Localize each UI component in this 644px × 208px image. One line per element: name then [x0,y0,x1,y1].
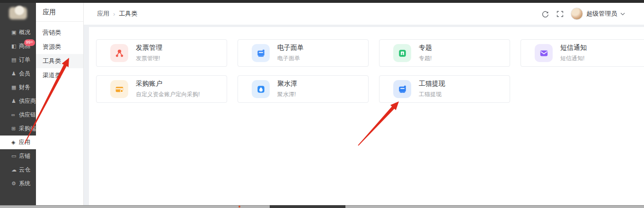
app-card-description: 自定义资金账户定向采购! [136,90,200,99]
app-icon-box [393,44,411,62]
background-window-bottom-edge [0,205,644,208]
sidebar-item[interactable]: ⚙ 系统 [0,177,36,190]
procurement-icon: ⊞ [11,126,18,131]
members-icon: ♟ [11,71,18,76]
app-card-text: 发票管理 发票管理! [136,44,162,63]
admin-app: ▣ 概况 ◧ 商品 99+ ▤ 订单 [0,3,644,205]
submenu-item-label: 工具类 [43,57,61,65]
drop-icon [256,84,266,95]
share-icon [114,48,125,59]
sidebar-item[interactable]: ▭ 店铺 [0,149,36,163]
sidebar-item[interactable]: ♟ 会员 [0,67,36,81]
topic-icon [397,48,408,59]
app-card-description: 电子面单 [277,54,304,63]
avatar [571,8,583,20]
app-card[interactable]: 工猫提现 工猫提现 [379,75,510,103]
supplier-icon: ♟ [11,99,18,104]
sidebar-item[interactable]: ▦ 财务 [0,81,36,94]
cloud-warehouse-icon: ☁ [11,167,18,172]
primary-sidebar: ▣ 概况 ◧ 商品 99+ ▤ 订单 [0,3,36,205]
sidebar-item-label: 供应链 [19,111,36,119]
sidebar-item-label: 概况 [19,28,30,36]
dashboard-icon: ▣ [11,30,18,35]
fullscreen-icon[interactable] [556,10,564,18]
sidebar-item[interactable]: ◧ 商品 99+ [0,39,36,53]
breadcrumb-current: 工具类 [119,9,137,18]
logo-image-blurred-highlight [15,6,24,15]
app-card-description: 发票管理! [136,54,162,63]
app-card-title: 工猫提现 [419,80,445,88]
card-icon [114,84,125,95]
app-icon-box [535,44,553,62]
app-card-title: 专题 [419,44,432,52]
sidebar-item-label: 供应商 [19,97,36,105]
sidebar-item[interactable]: ♟ 供应商 [0,94,36,108]
app-logo [0,3,36,24]
refresh-icon[interactable] [541,10,549,18]
sidebar-item[interactable]: ☁ 云仓 [0,163,36,177]
app-card-grid: 发票管理 发票管理! 电子面单 [96,39,644,103]
app-card-title: 电子面单 [277,44,304,52]
content-panel: 发票管理 发票管理! 电子面单 [89,27,644,205]
header-actions: 超级管理员 [541,8,625,20]
sidebar-item-label: 会员 [19,70,30,78]
app-card-text: 聚水潭 聚水潭! [277,80,297,99]
app-card-text: 短信通知 短信通知! [560,44,587,63]
app-card-description: 短信通知! [560,54,587,63]
submenu-title: 应用 [36,3,83,22]
app-card[interactable]: 短信通知 短信通知! [520,39,644,67]
sidebar-item-label: 财务 [19,83,30,91]
main-header: 应用 › 工具类 超级管理员 [84,3,644,25]
app-card[interactable]: 电子面单 电子面单 [238,39,369,67]
sidebar-item[interactable]: ◈ 应用 [0,136,36,149]
app-card-description: 工猫提现 [419,90,445,99]
sidebar-item[interactable]: ∞ 供应链 [0,108,36,122]
secondary-sidebar: 应用 营销类 资源类 工具类 渠道类 [36,3,84,205]
app-card[interactable]: 专题 专题! [379,39,510,67]
app-card-title: 短信通知 [560,44,587,52]
orders-icon: ▤ [11,57,18,63]
app-card[interactable]: 采购账户 自定义资金账户定向采购! [96,75,227,103]
mail-icon [538,48,549,59]
supply-chain-icon: ∞ [11,112,18,118]
app-icon-box [252,44,270,62]
sidebar-item[interactable]: ⊞ 采购端 [0,122,36,136]
chevron-down-icon [620,12,625,16]
sidebar-item-label: 云仓 [19,166,30,174]
sidebar-item[interactable]: ▤ 订单 [0,53,36,67]
app-card-text: 采购账户 自定义资金账户定向采购! [136,80,200,99]
apps-icon: ◈ [11,140,18,145]
primary-nav: ▣ 概况 ◧ 商品 99+ ▤ 订单 [0,26,36,190]
taskbar-segment [270,205,345,208]
user-menu-trigger[interactable]: 超级管理员 [571,8,625,20]
sidebar-item-label: 系统 [19,180,30,188]
app-card-title: 发票管理 [136,44,162,52]
app-card-text: 工猫提现 工猫提现 [419,80,445,99]
app-card[interactable]: 发票管理 发票管理! [96,39,227,67]
submenu-item[interactable]: 资源类 [36,40,83,54]
submenu-item-label: 渠道类 [43,71,61,80]
sidebar-item[interactable]: ▣ 概况 [0,26,36,39]
receipt-icon [397,84,408,95]
app-icon-box [110,80,128,98]
submenu-item[interactable]: 工具类 [36,54,83,68]
receipt-icon [256,48,266,59]
submenu-item[interactable]: 营销类 [36,26,83,40]
breadcrumb-parent[interactable]: 应用 [97,9,109,18]
app-icon-box [393,80,411,98]
app-card-title: 采购账户 [136,80,200,88]
app-icon-box [252,80,270,98]
app-card[interactable]: 聚水潭 聚水潭! [238,75,369,103]
submenu-item-label: 营销类 [43,28,61,37]
screenshot-stage: ▣ 概况 ◧ 商品 99+ ▤ 订单 [0,0,644,208]
goods-icon: ◧ [11,44,18,49]
app-icon-box [110,44,128,62]
app-card-description: 专题! [419,54,432,63]
app-card-description: 聚水潭! [277,90,297,99]
sidebar-item-label: 订单 [19,56,30,64]
submenu-item[interactable]: 渠道类 [36,68,83,82]
count-badge: 99+ [24,39,35,46]
main-area: 应用 › 工具类 超级管理员 [84,3,644,205]
breadcrumb: 应用 › 工具类 [97,9,137,18]
app-card-text: 专题 专题! [419,44,432,63]
